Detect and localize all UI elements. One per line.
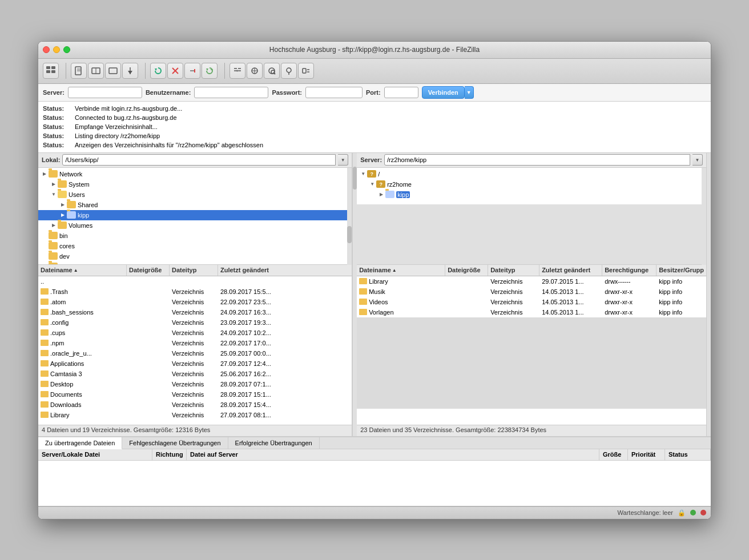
tree-toggle-shared[interactable]: ▶ xyxy=(59,201,67,209)
tree-folder-bin xyxy=(49,232,58,239)
remote-tree-toggle-root[interactable]: ▼ xyxy=(359,170,367,178)
remote-tree-scrollbar[interactable] xyxy=(702,168,706,265)
remote-file-owner-library: kipp info xyxy=(657,278,706,285)
toggle-filter-button[interactable] xyxy=(281,63,297,79)
site-manager-button[interactable] xyxy=(43,63,59,79)
status-icon-lock: 🔒 xyxy=(678,509,686,517)
remote-col-owner[interactable]: Besitzer/Grupp xyxy=(657,265,706,276)
remote-tree-item-kipp[interactable]: ▶ kipp xyxy=(357,190,702,200)
tree-toggle-system[interactable]: ▶ xyxy=(50,180,58,188)
remote-tree-toggle-kipp[interactable]: ▶ xyxy=(377,191,385,199)
dir-compare-button[interactable] xyxy=(229,63,245,79)
remote-tree-item-root[interactable]: ▼ ? / xyxy=(357,169,702,179)
connect-button[interactable]: Verbinden xyxy=(422,86,465,99)
folder-icon-library xyxy=(41,412,49,418)
list-item[interactable]: Vorlagen Verzeichnis 14.05.2013 1... drw… xyxy=(357,307,706,317)
cancel-button[interactable] xyxy=(167,63,183,79)
local-file-scrollbar[interactable] xyxy=(352,153,357,436)
list-item[interactable]: Musik Verzeichnis 14.05.2013 1... drwxr-… xyxy=(357,287,706,297)
list-item[interactable]: Videos Verzeichnis 14.05.2013 1... drwxr… xyxy=(357,297,706,307)
list-item[interactable]: Downloads Verzeichnis 28.09.2017 15:4... xyxy=(38,400,352,410)
tree-item-network[interactable]: ▶ Network xyxy=(38,169,347,179)
list-item[interactable]: Camtasia 3 Verzeichnis 25.06.2017 16:2..… xyxy=(38,369,352,379)
port-label: Port: xyxy=(366,89,381,96)
list-item[interactable]: .npm Verzeichnis 22.09.2017 17:0... xyxy=(38,338,352,348)
list-item[interactable]: .oracle_jre_u... Verzeichnis 25.09.2017 … xyxy=(38,348,352,358)
remote-tree-label-rz2home: rz2home xyxy=(387,181,412,188)
window-title: Hochschule Augsburg - sftp://kipp@login.… xyxy=(269,46,480,54)
remote-statusbar: 23 Dateien und 35 Verzeichnisse. Gesamtg… xyxy=(357,425,706,436)
toggle-remote-button[interactable] xyxy=(105,63,121,79)
remote-path-dropdown[interactable]: ▼ xyxy=(692,154,703,166)
svg-rect-0 xyxy=(46,66,50,69)
local-col-date[interactable]: Zuletzt geändert xyxy=(218,265,352,276)
list-item[interactable]: Library Verzeichnis 29.07.2015 1... drwx… xyxy=(357,276,706,287)
minimize-button[interactable] xyxy=(53,46,60,53)
remote-col-type[interactable]: Dateityp xyxy=(488,265,539,276)
port-input[interactable] xyxy=(384,87,418,98)
list-item[interactable]: Desktop Verzeichnis 28.09.2017 07:1... xyxy=(38,379,352,389)
tree-item-shared[interactable]: ▶ Shared xyxy=(38,200,347,210)
tree-toggle-kipp[interactable]: ▶ xyxy=(59,211,67,219)
status-row-5: Status: Anzeigen des Verzeichnisinhalts … xyxy=(43,140,706,150)
list-item[interactable]: Library Verzeichnis 27.09.2017 08:1... xyxy=(38,410,352,420)
remote-tree-toggle-rz2home[interactable]: ▼ xyxy=(368,180,376,188)
svg-rect-1 xyxy=(51,66,55,69)
tree-item-cores[interactable]: ▶ cores xyxy=(38,241,347,251)
filter-button[interactable] xyxy=(264,63,280,79)
connect-dropdown-button[interactable]: ▼ xyxy=(465,86,474,99)
list-item[interactable]: .config Verzeichnis 23.09.2017 19:3... xyxy=(38,317,352,328)
tree-item-bin[interactable]: ▶ bin xyxy=(38,231,347,241)
local-path-dropdown[interactable]: ▼ xyxy=(338,154,348,166)
password-input[interactable] xyxy=(305,87,363,98)
tab-pending-transfers[interactable]: Zu übertragende Dateien xyxy=(38,437,122,449)
list-item[interactable]: Applications Verzeichnis 27.09.2017 12:4… xyxy=(38,358,352,369)
remote-tree-item-rz2home[interactable]: ▼ ? rz2home xyxy=(357,179,702,190)
tree-toggle-users[interactable]: ▼ xyxy=(50,191,58,199)
list-item[interactable]: .Trash Verzeichnis 28.09.2017 15:5... xyxy=(38,287,352,297)
tree-toggle-network[interactable]: ▶ xyxy=(41,170,49,178)
show-hidden-button[interactable] xyxy=(298,63,314,79)
toggle-transfer-button[interactable] xyxy=(122,63,138,79)
remote-path-input[interactable] xyxy=(384,154,690,166)
remote-col-date[interactable]: Zuletzt geändert xyxy=(539,265,602,276)
tree-item-users[interactable]: ▼ Users xyxy=(38,190,347,200)
remote-col-size[interactable]: Dateigröße xyxy=(445,265,488,276)
username-input[interactable] xyxy=(194,87,268,98)
tab-successful-transfers[interactable]: Erfolgreiche Übertragungen xyxy=(228,437,320,449)
new-file-button[interactable] xyxy=(71,63,87,79)
maximize-button[interactable] xyxy=(63,46,70,53)
disconnect-button[interactable] xyxy=(184,63,200,79)
remote-col-perms[interactable]: Berechtigunge xyxy=(602,265,657,276)
remote-tree-folder-kipp xyxy=(385,191,394,198)
local-tree-scroll-thumb[interactable] xyxy=(347,226,352,243)
reconnect-button[interactable] xyxy=(202,63,218,79)
tab-failed-transfers[interactable]: Fehlgeschlagene Übertragungen xyxy=(122,437,228,449)
tree-item-kipp[interactable]: ▶ kipp xyxy=(38,210,347,220)
sync-browse-button[interactable] xyxy=(247,63,263,79)
local-file-type-library: Verzeichnis xyxy=(170,412,218,418)
list-item[interactable]: .bash_sessions Verzeichnis 24.09.2017 16… xyxy=(38,307,352,317)
toggle-local-button[interactable] xyxy=(88,63,104,79)
server-input[interactable] xyxy=(68,87,142,98)
local-col-type[interactable]: Dateityp xyxy=(170,265,218,276)
list-item[interactable]: .atom Verzeichnis 22.09.2017 23:5... xyxy=(38,297,352,307)
local-col-size[interactable]: Dateigröße xyxy=(127,265,170,276)
close-button[interactable] xyxy=(43,46,50,53)
tree-item-volumes[interactable]: ▶ Volumes xyxy=(38,220,347,231)
tree-toggle-volumes[interactable]: ▶ xyxy=(50,221,58,229)
remote-file-scrollbar[interactable] xyxy=(706,153,711,436)
queue-col-local: Server/Lokale Datei xyxy=(38,449,152,460)
local-path-input[interactable] xyxy=(62,154,336,166)
local-file-scroll-thumb[interactable] xyxy=(353,167,357,190)
tree-item-system[interactable]: ▶ System xyxy=(38,179,347,190)
list-item[interactable]: .cups Verzeichnis 24.09.2017 10:2... xyxy=(38,328,352,338)
local-tree-scrollbar[interactable] xyxy=(347,168,352,265)
remote-col-name[interactable]: Dateiname ▲ xyxy=(357,265,445,276)
tree-item-dev[interactable]: ▶ dev xyxy=(38,251,347,261)
refresh-button[interactable] xyxy=(150,63,166,79)
local-file-name-apps: Applications xyxy=(38,360,127,367)
list-item[interactable]: .. xyxy=(38,276,352,287)
list-item[interactable]: Documents Verzeichnis 28.09.2017 15:1... xyxy=(38,389,352,400)
local-col-name[interactable]: Dateiname ▲ xyxy=(38,265,127,276)
